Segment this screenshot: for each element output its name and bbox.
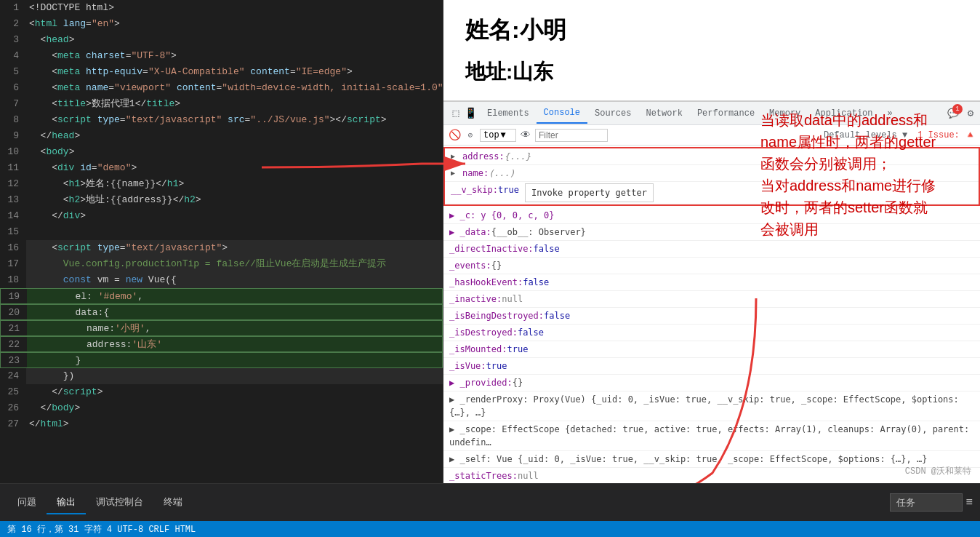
console-line-12: _isVue: true bbox=[443, 358, 980, 375]
code-line-18: 18 const vm = new Vue({ bbox=[0, 272, 443, 288]
eye-icon[interactable]: 👁 bbox=[519, 129, 532, 142]
console-text: ▶ _renderProxy: Proxy(Vue) {_uid: 0, _is… bbox=[449, 393, 974, 419]
tab-memory[interactable]: Memory bbox=[762, 104, 808, 123]
line-number-26: 26 bbox=[0, 400, 26, 416]
tab-debug-console[interactable]: 调试控制台 bbox=[86, 491, 153, 514]
code-line-4: 4 <meta charset="UTF-8"> bbox=[0, 48, 443, 64]
prop-val: {...} bbox=[505, 150, 531, 163]
line-number-23: 23 bbox=[1, 353, 27, 367]
tab-more[interactable]: » bbox=[880, 104, 900, 123]
code-line-14: 14 </div> bbox=[0, 208, 443, 224]
tab-console[interactable]: Console bbox=[537, 103, 587, 124]
default-levels[interactable]: Default levels ▼ 1 Issue: 🔺 bbox=[824, 130, 976, 140]
page-address: 地址:山东 bbox=[465, 58, 958, 86]
expand-arrow[interactable]: ▶ bbox=[451, 167, 459, 180]
page-name: 姓名:小明 bbox=[465, 15, 958, 47]
issue-count: 1 Issue: 🔺 bbox=[917, 130, 976, 140]
line-content-15 bbox=[26, 224, 443, 240]
prop-val: false bbox=[534, 242, 560, 255]
messages-icon[interactable]: 💬 1 bbox=[947, 107, 960, 120]
prop-val: true bbox=[486, 359, 507, 373]
devtools-toolbar: 🚫 ⊘ top ▼ 👁 Default levels ▼ 1 Issue: 🔺 bbox=[443, 125, 980, 146]
console-output[interactable]: ▶address: {...}▶name: (...)__v_skip: tru… bbox=[443, 146, 980, 483]
line-content-6: <meta name="viewport" content="width=dev… bbox=[26, 80, 443, 96]
settings-icon[interactable]: ⚙ bbox=[964, 107, 977, 120]
prop-key: _isBeingDestroyed: bbox=[449, 309, 544, 322]
line-content-13: <h2>地址:{{address}}</h2> bbox=[26, 192, 443, 208]
inspect-icon[interactable]: ⬚ bbox=[449, 107, 462, 120]
console-line-5: _directInactive: false bbox=[443, 241, 980, 258]
line-content-3: <head> bbox=[26, 32, 443, 48]
prop-val: null bbox=[518, 469, 539, 482]
code-line-27: 27</html> bbox=[0, 416, 443, 432]
line-number-21: 21 bbox=[1, 321, 27, 335]
console-line-4: ▶ _data: {__ob__: Observer} bbox=[443, 224, 980, 241]
tab-sources[interactable]: Sources bbox=[587, 104, 638, 123]
code-editor: 1<!DOCTYPE html>2<html lang="en">3 <head… bbox=[0, 0, 443, 483]
line-number-24: 24 bbox=[0, 368, 26, 384]
tab-network[interactable]: Network bbox=[638, 104, 689, 123]
line-number-4: 4 bbox=[0, 48, 26, 64]
code-line-10: 10 <body> bbox=[0, 144, 443, 160]
tab-performance[interactable]: Performance bbox=[690, 104, 762, 123]
code-line-26: 26 </body> bbox=[0, 400, 443, 416]
top-dropdown[interactable]: top ▼ bbox=[480, 129, 516, 142]
code-line-22: 22 address:'山东' bbox=[0, 336, 443, 352]
code-line-21: 21 name:'小明', bbox=[0, 320, 443, 336]
filter-icon[interactable]: ⊘ bbox=[464, 129, 477, 142]
prop-key: _events: bbox=[449, 259, 491, 272]
status-bar: 第 16 行，第 31 字符 4 UTF-8 CRLF HTML bbox=[0, 521, 980, 537]
prop-val: true bbox=[507, 343, 528, 356]
code-line-7: 7 <title>数据代理1</title> bbox=[0, 96, 443, 112]
task-select[interactable]: 任务 bbox=[890, 493, 963, 512]
filter-input[interactable] bbox=[535, 129, 608, 142]
bottom-panel: 问题 输出 调试控制台 终端 任务 ≡ bbox=[0, 483, 980, 521]
line-content-27: </html> bbox=[26, 416, 443, 432]
console-top-box: ▶address: {...}▶name: (...)__v_skip: tru… bbox=[443, 147, 980, 206]
line-number-22: 22 bbox=[1, 337, 27, 351]
line-number-3: 3 bbox=[0, 32, 26, 48]
line-number-10: 10 bbox=[0, 144, 26, 160]
console-line-17: _staticTrees: null bbox=[443, 468, 980, 483]
prop-key: ▶ _data: bbox=[449, 226, 491, 239]
tab-output[interactable]: 输出 bbox=[47, 491, 86, 514]
line-content-25: </script> bbox=[26, 384, 443, 400]
tab-terminal[interactable]: 终端 bbox=[153, 491, 193, 514]
code-line-6: 6 <meta name="viewport" content="width=d… bbox=[0, 80, 443, 96]
line-number-11: 11 bbox=[0, 160, 26, 176]
line-content-26: </body> bbox=[26, 400, 443, 416]
code-lines: 1<!DOCTYPE html>2<html lang="en">3 <head… bbox=[0, 0, 443, 483]
line-content-12: <h1>姓名:{{name}}</h1> bbox=[26, 176, 443, 192]
console-line-8: _inactive: null bbox=[443, 291, 980, 308]
prop-val: null bbox=[502, 293, 523, 306]
top-label: top bbox=[483, 130, 499, 140]
code-line-16: 16 <script type="text/javascript"> bbox=[0, 240, 443, 256]
clear-icon[interactable]: 🚫 bbox=[448, 129, 461, 142]
code-line-24: 24 }) bbox=[0, 368, 443, 384]
tab-application[interactable]: Application bbox=[808, 104, 880, 123]
console-line-15: ▶ _scope: EffectScope {detached: true, a… bbox=[443, 421, 980, 451]
line-number-19: 19 bbox=[1, 289, 27, 303]
prop-key: _isDestroyed: bbox=[449, 326, 518, 339]
expand-arrow[interactable]: ▶ bbox=[451, 150, 459, 163]
invoke-tooltip[interactable]: Invoke property getter bbox=[525, 183, 654, 202]
line-content-8: <script type="text/javascript" src="../J… bbox=[26, 112, 443, 128]
line-content-14: </div> bbox=[26, 208, 443, 224]
line-number-6: 6 bbox=[0, 80, 26, 96]
code-line-12: 12 <h1>姓名:{{name}}</h1> bbox=[0, 176, 443, 192]
line-number-20: 20 bbox=[1, 305, 27, 319]
prop-key: _inactive: bbox=[449, 293, 502, 306]
prop-val: false bbox=[518, 326, 544, 339]
line-content-9: </head> bbox=[26, 128, 443, 144]
code-line-2: 2<html lang="en"> bbox=[0, 16, 443, 32]
console-line-13: ▶ _provided: {} bbox=[443, 375, 980, 391]
tab-elements[interactable]: Elements bbox=[480, 104, 537, 123]
device-icon[interactable]: 📱 bbox=[464, 107, 477, 120]
tab-problems[interactable]: 问题 bbox=[7, 491, 47, 514]
prop-key: _isVue: bbox=[449, 359, 486, 373]
line-content-19: el: '#demo', bbox=[27, 289, 442, 303]
line-number-17: 17 bbox=[0, 256, 26, 272]
code-line-17: 17 Vue.config.productionTip = false//阻止V… bbox=[0, 256, 443, 272]
status-text: 第 16 行，第 31 字符 4 UTF-8 CRLF HTML bbox=[7, 523, 196, 536]
code-line-9: 9 </head> bbox=[0, 128, 443, 144]
